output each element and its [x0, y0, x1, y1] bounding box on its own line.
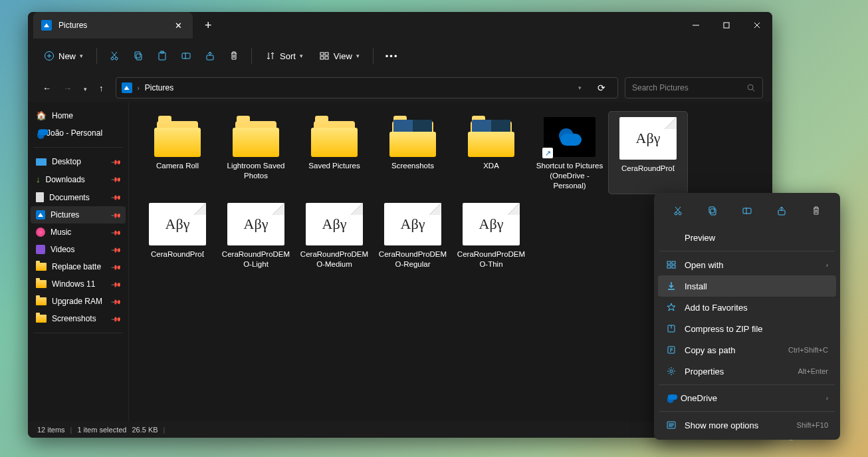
up-button[interactable]: ↑ — [94, 79, 109, 97]
sidebar-item-music[interactable]: Music📌 — [31, 224, 126, 241]
grid-item[interactable]: Screenshots — [374, 112, 452, 194]
new-button[interactable]: New ▾ — [37, 47, 90, 65]
share-button[interactable] — [199, 47, 221, 65]
address-input[interactable]: › Pictures ▾ ⟳ — [116, 77, 619, 98]
grid-item[interactable]: AβγCeraRoundProDEMO-Medium — [295, 198, 374, 272]
grid-item[interactable]: AβγCeraRoundProDEMO-B — [609, 112, 687, 194]
ctx-copy-button[interactable] — [701, 201, 724, 221]
font-file-icon: Aβγ — [227, 203, 284, 245]
rename-button[interactable] — [175, 47, 197, 65]
pictures-icon — [41, 20, 52, 31]
svg-rect-15 — [182, 53, 190, 59]
maximize-button[interactable] — [711, 12, 742, 39]
status-selected: 1 item selected — [77, 426, 126, 434]
sidebar-item-windows-11[interactable]: Windows 11📌 — [31, 275, 126, 293]
close-tab-icon[interactable]: ✕ — [171, 21, 185, 31]
sort-button[interactable]: Sort ▾ — [259, 47, 310, 65]
back-button[interactable]: ← — [37, 79, 56, 97]
svg-line-10 — [112, 52, 117, 57]
sidebar-item-personal[interactable]: › João - Personal — [31, 124, 126, 142]
svg-rect-12 — [135, 52, 140, 58]
ctx-install[interactable]: Install — [658, 275, 836, 297]
tab-title: Pictures — [58, 21, 165, 30]
item-label: CeraRoundProDEMO-Thin — [455, 249, 528, 269]
pictures-icon — [122, 82, 132, 93]
open-with-icon — [666, 259, 677, 270]
cut-icon — [109, 51, 120, 61]
svg-rect-36 — [672, 265, 675, 268]
sidebar-item-videos[interactable]: Videos📌 — [31, 241, 126, 258]
grid-item[interactable]: XDA — [452, 112, 530, 194]
svg-rect-30 — [743, 208, 751, 214]
search-box[interactable] — [625, 77, 763, 98]
grid-item[interactable]: Camera Roll — [138, 112, 217, 194]
tab-pictures[interactable]: Pictures ✕ — [33, 12, 193, 39]
cut-button[interactable] — [104, 47, 125, 65]
ctx-onedrive[interactable]: OneDrive› — [658, 388, 836, 408]
font-file-icon: Aβγ — [306, 203, 363, 245]
svg-rect-29 — [709, 207, 714, 213]
ctx-preview[interactable]: Preview — [658, 228, 836, 248]
paste-button[interactable] — [152, 47, 173, 65]
grid-item[interactable]: AβγCeraRoundProDEMO-Light — [217, 198, 295, 272]
sidebar-item-pictures[interactable]: Pictures📌 — [31, 206, 126, 224]
home-icon: 🏠 — [36, 110, 47, 120]
grid-item[interactable]: AβγCeraRoundProDEMO-B — [138, 198, 217, 272]
grid-item[interactable]: ↗Shortcut to Pictures (OneDrive - Person… — [530, 112, 609, 194]
item-label: Screenshots — [391, 161, 434, 171]
sidebar-item-documents[interactable]: Documents📌 — [31, 188, 126, 206]
svg-rect-33 — [667, 261, 671, 264]
ctx-rename-button[interactable] — [736, 201, 758, 221]
svg-line-27 — [676, 207, 681, 212]
grid-item[interactable]: Lightroom Saved Photos — [217, 112, 295, 194]
svg-rect-28 — [710, 209, 716, 215]
forward-button[interactable]: → — [58, 79, 77, 97]
sidebar-item-desktop[interactable]: Desktop📌 — [31, 153, 126, 170]
ctx-properties[interactable]: PropertiesAlt+Enter — [658, 361, 836, 382]
ctx-show-more[interactable]: Show more optionsShift+F10 — [658, 414, 836, 436]
grid-item[interactable]: AβγCeraRoundProDEMO-Regular — [374, 198, 452, 272]
chevron-down-icon: ▾ — [356, 53, 360, 59]
more-options-icon — [666, 420, 677, 430]
svg-rect-35 — [667, 265, 671, 268]
copy-button[interactable] — [128, 47, 149, 65]
sidebar-item-upgrade-ram[interactable]: Upgrade RAM📌 — [31, 293, 126, 310]
ctx-open-with[interactable]: Open with› — [658, 254, 836, 275]
new-tab-button[interactable]: + — [197, 19, 220, 33]
ctx-compress-zip[interactable]: Compress to ZIP file — [658, 318, 836, 339]
grid-item[interactable]: AβγCeraRoundProDEMO-Thin — [452, 198, 530, 272]
item-label: XDA — [483, 161, 499, 171]
more-button[interactable]: ••• — [380, 47, 404, 65]
chevron-down-icon[interactable]: ▾ — [578, 84, 586, 91]
close-window-button[interactable] — [742, 12, 772, 39]
context-quick-actions — [658, 197, 836, 228]
ctx-copy-path[interactable]: Copy as pathCtrl+Shift+C — [658, 339, 836, 361]
delete-button[interactable] — [223, 47, 245, 65]
sidebar-item-downloads[interactable]: ↓Downloads📌 — [31, 170, 126, 188]
pin-icon: 📌 — [111, 174, 122, 184]
sidebar-item-replace-batte[interactable]: Replace batte📌 — [31, 258, 126, 275]
rename-icon — [181, 51, 191, 61]
grid-item[interactable]: Saved Pictures — [295, 112, 374, 194]
search-input[interactable] — [632, 83, 746, 92]
breadcrumb[interactable]: Pictures — [145, 83, 173, 92]
pin-icon: 📌 — [111, 192, 122, 202]
recent-button[interactable]: ▾ — [78, 79, 92, 97]
minimize-button[interactable] — [681, 12, 711, 39]
properties-icon — [666, 366, 677, 377]
sidebar-item-screenshots[interactable]: Screenshots📌 — [31, 310, 126, 327]
svg-point-40 — [670, 370, 673, 373]
plus-circle-icon — [44, 51, 54, 61]
svg-rect-11 — [136, 54, 142, 60]
refresh-button[interactable]: ⟳ — [591, 82, 612, 93]
trash-icon — [811, 206, 821, 216]
ctx-add-favorites[interactable]: Add to Favorites — [658, 297, 836, 318]
svg-rect-34 — [672, 261, 675, 264]
sidebar-item-home[interactable]: 🏠 Home — [31, 106, 126, 124]
ctx-delete-button[interactable] — [805, 201, 827, 221]
ctx-cut-button[interactable] — [667, 201, 689, 221]
view-button[interactable]: View ▾ — [312, 47, 366, 65]
ctx-share-button[interactable] — [770, 201, 793, 221]
view-icon — [319, 51, 330, 61]
trash-icon — [229, 51, 239, 61]
